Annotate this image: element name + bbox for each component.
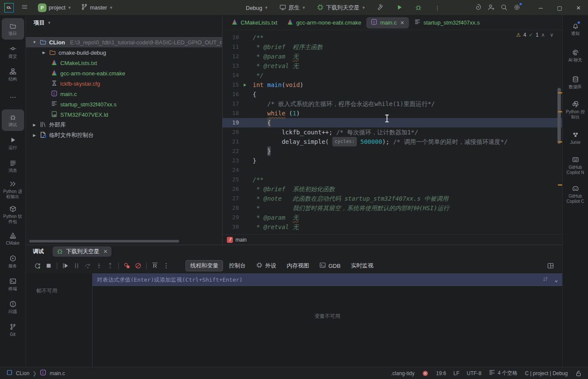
tool-stripe-item-more[interactable] [2,87,24,108]
view-tab-外设[interactable]: 外设 [252,261,281,271]
tool-stripe-item-db[interactable]: 数据库 [564,71,587,93]
analyzer-status-icon[interactable] [422,370,429,377]
line-number[interactable]: 22 [223,146,242,156]
tool-stripe-item-structure[interactable]: 结构 [2,64,24,85]
tool-stripe-item-bell[interactable]: 通知 [564,18,587,40]
view-breakpoints-button[interactable] [121,261,133,271]
tool-stripe-item-cmake[interactable]: CMake [2,228,24,249]
stop-button[interactable] [43,261,54,271]
code-with-me-button[interactable] [485,1,498,14]
view-tab-控制台[interactable]: 控制台 [225,261,250,271]
line-number[interactable]: 25 [223,175,242,184]
settings-button[interactable] [511,1,523,14]
registers-button[interactable]: R [149,261,161,271]
task-selector[interactable]: 下载到天空星 ▼ [314,2,368,14]
main-menu-button[interactable] [18,1,31,14]
tree-item[interactable]: CMakeLists.txt [26,58,222,68]
editor-tab-gcc-arm-none-eabi.cmake[interactable]: gcc-arm-none-eabi.cmake [282,17,365,28]
chevron-down-icon[interactable]: ⌄ [554,276,558,283]
run-context-widget[interactable]: C | project | Debug [525,370,568,376]
chevron-right-icon[interactable]: ▶ [32,133,37,137]
tool-stripe-item-chevrons[interactable]: Python 进程输出 [2,178,24,202]
editor-tab-CMakeLists.txt[interactable]: CMakeLists.txt [227,17,282,28]
view-tab-线程和变量[interactable]: 线程和变量 [186,260,223,271]
editor-tab-main.c[interactable]: cmain.c✕ [366,17,409,28]
project-widget[interactable]: P project ▼ [35,2,74,14]
tree-item[interactable]: startup_stm32f407xx.s [26,99,222,109]
chevron-down-icon[interactable]: ▼ [47,21,51,25]
line-number[interactable]: 21 [223,137,242,146]
tool-stripe-item-problems[interactable]: 问题 [2,296,24,318]
line-number[interactable]: 30 [223,222,242,232]
line-number[interactable]: 27 [223,194,242,203]
tool-stripe-item-copilotN[interactable]: GitHub Copilot N [564,154,587,177]
chevron-right-icon[interactable]: ▶ [32,123,37,127]
inspections-widget[interactable]: ⚠ 4 ✓ 1 ∧ ∨ [516,32,555,38]
line-number[interactable]: 17 [223,99,242,109]
rerun-button[interactable] [32,261,43,271]
minimize-button[interactable]: ─ [531,0,550,16]
tree-item[interactable]: ▶临时文件和控制台 [26,130,222,140]
chevron-down-icon[interactable]: ▼ [32,40,37,44]
step-out-button[interactable] [105,261,116,271]
line-number[interactable]: 20 [223,127,242,137]
tool-stripe-item-junie[interactable]: Junie [564,127,587,149]
line-number[interactable]: 29 [223,213,242,222]
tool-stripe-item-play[interactable]: 运行 [2,132,24,154]
line-number[interactable]: 13 [223,61,242,71]
tree-root-item[interactable]: ▼CLionE:\3_repo\0_fdb\1_tutorial-code\9-… [26,37,222,47]
mute-breakpoints-button[interactable] [133,261,144,271]
line-number[interactable]: 19 [223,118,242,127]
sort-icon[interactable] [542,276,548,283]
watch-expression-input[interactable]: 对表达式求值(Enter)或添加监视(Ctrl+Shift+Enter) ⌄ [93,273,562,286]
tree-item[interactable]: ▶外部库 [26,120,222,130]
line-number[interactable]: 14 [223,71,242,80]
line-number[interactable]: 10 [223,33,242,42]
tool-stripe-item-ai[interactable]: AI 聊天 [564,45,587,66]
unlock-icon[interactable] [575,370,582,377]
run-config-selector[interactable]: Debug ▼ [243,3,271,13]
indent-widget[interactable]: 4 个空格 [489,369,517,377]
view-tab-实时监视[interactable]: 实时监视 [347,261,378,271]
chevron-right-icon[interactable]: ▶ [41,50,46,55]
tree-item[interactable]: cmain.c [26,89,222,99]
line-number[interactable]: 23 [223,156,242,165]
debug-session-tab[interactable]: 下载到天空星 ✕ [53,246,111,257]
tree-item[interactable]: gcc-arm-none-eabi.cmake [26,68,222,78]
line-number[interactable]: 26 [223,184,242,194]
line-number[interactable]: 15 [223,80,242,90]
resume-button[interactable] [60,261,71,271]
line-ending-widget[interactable]: LF [453,370,459,376]
tool-stripe-item-terminal[interactable]: 终端 [2,273,24,295]
vertical-scrollbar[interactable] [557,88,561,144]
status-breadcrumb-ide[interactable]: CLion [16,370,29,376]
maximize-button[interactable]: ▢ [550,0,569,16]
tool-stripe-item-commit[interactable]: 提交 [2,41,24,62]
step-over-button[interactable] [82,261,93,271]
status-breadcrumb-file[interactable]: main.c [50,370,65,376]
step-into-button[interactable] [93,261,105,271]
horizontal-scrollbar[interactable] [29,240,179,242]
target-selector[interactable]: 原生 ▼ [277,2,308,14]
breadcrumb-item[interactable]: main [235,237,247,243]
line-number[interactable]: 24 [223,165,242,175]
tool-stripe-item-copilotC[interactable]: GitHub Copilot C [564,183,587,206]
close-icon[interactable]: ✕ [103,249,108,255]
clang-tidy-widget[interactable]: .clang-tidy [391,370,415,376]
tree-item[interactable]: ▶cmake-build-debug [26,47,222,58]
view-tab-内存视图[interactable]: 内存视图 [282,261,313,271]
search-everywhere-button[interactable] [498,1,511,14]
pause-button[interactable] [71,261,82,271]
code-editor[interactable]: ⚠ 4 ✓ 1 ∧ ∨ 10/**11 * @brief 程序主函数12 * @… [223,30,562,234]
close-icon[interactable]: ✕ [400,20,405,26]
build-button[interactable] [374,1,387,14]
tool-stripe-item-folder[interactable]: 项目 [2,18,24,40]
run-button[interactable] [393,1,406,14]
line-number[interactable]: 11 [223,42,242,52]
line-number[interactable]: 16 [223,90,242,99]
prev-next-problem-buttons[interactable]: ∧ ∨ [541,32,555,38]
encoding-widget[interactable]: UTF-8 [467,370,481,376]
more-options-button[interactable] [161,261,172,271]
tool-stripe-item-bug[interactable]: 调试 [2,109,24,131]
tool-stripe-item-git[interactable]: Git [2,319,24,341]
